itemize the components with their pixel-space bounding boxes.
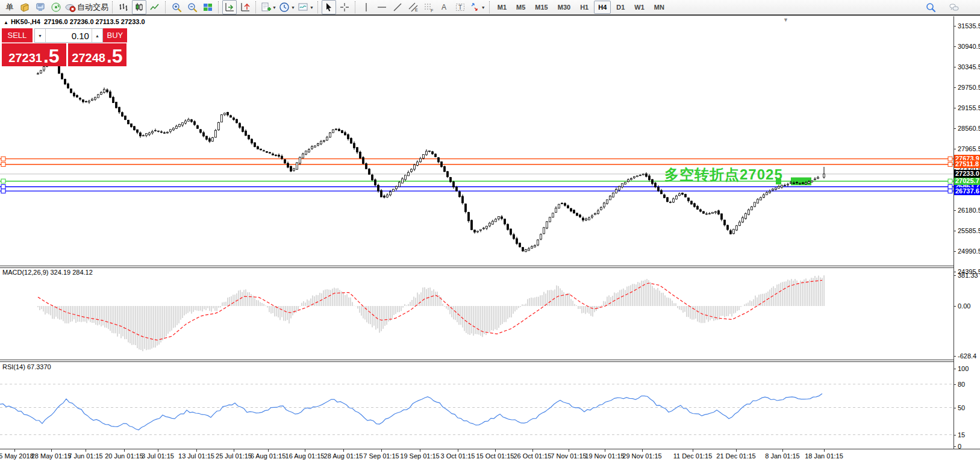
time-axis-tick (532, 449, 533, 452)
timeframe-button-mn[interactable]: MN (650, 1, 669, 14)
low-value: 27113.5 (96, 18, 119, 25)
axis-tick (953, 435, 956, 435)
volume-input[interactable] (46, 29, 92, 42)
timeframe-button-h4[interactable]: H4 (594, 1, 611, 14)
timeframe-button-h1[interactable]: H1 (576, 1, 593, 14)
timeframe-button-w1[interactable]: W1 (630, 1, 649, 14)
time-axis-label: 15 Oct 01:15 (476, 452, 514, 460)
timeframe-button-m5[interactable]: M5 (512, 1, 529, 14)
time-axis-tick (569, 449, 569, 452)
chart-window[interactable]: ▲HK50-,H4 27196.0 27236.0 27113.5 27233.… (0, 16, 980, 462)
time-axis[interactable]: 15 May 201828 May 01:157 Jun 01:1520 Jun… (0, 449, 980, 462)
open-value: 27196.0 (44, 18, 68, 25)
zoom-in-icon (171, 2, 182, 13)
axis-tick (953, 149, 956, 149)
timeframe-button-m15[interactable]: M15 (531, 1, 552, 14)
time-axis-tick (86, 449, 86, 452)
price-level-badge: 26737.6 (954, 187, 980, 195)
signals-button[interactable] (49, 0, 63, 14)
volume-decrease-button[interactable]: ▼ (35, 29, 46, 42)
chat-button[interactable] (947, 0, 961, 14)
text-label-button[interactable]: T (453, 0, 467, 14)
time-axis-tick (693, 449, 693, 452)
annotation-text[interactable]: 多空转折点27025 (664, 165, 783, 184)
horizontal-line-button[interactable] (375, 0, 389, 14)
dropdown-caret-icon: ▼ (272, 5, 276, 10)
time-axis-label: 16 Aug 01:15 (286, 452, 325, 460)
axis-tick (953, 356, 956, 357)
zoom-in-button[interactable] (169, 0, 184, 14)
time-axis-label: 21 Dec 01:15 (716, 452, 755, 460)
volume-increase-button[interactable]: ▲ (92, 29, 102, 42)
pane-separator-macd[interactable] (0, 266, 953, 268)
equidistant-channel-button[interactable]: E (406, 0, 420, 14)
sell-button[interactable]: SELL (2, 28, 33, 43)
bar-chart-button[interactable] (116, 0, 131, 14)
zoom-out-icon (187, 2, 198, 13)
candlestick-chart-button[interactable] (132, 0, 146, 14)
autotrading-button[interactable]: 自动交易 (64, 0, 109, 14)
templates-button[interactable]: ▼ (297, 0, 314, 14)
time-axis-tick (782, 449, 783, 452)
toolbar-separator (112, 1, 113, 13)
timeframe-button-m30[interactable]: M30 (554, 1, 575, 14)
search-icon (925, 2, 936, 13)
new-order-button[interactable]: 单 (2, 0, 16, 14)
crosshair-button[interactable] (337, 0, 352, 14)
text-tool-button[interactable]: A (437, 0, 452, 14)
sell-price-button[interactable]: 27231.5 (2, 43, 66, 66)
templates-icon (298, 2, 308, 13)
buy-button[interactable]: BUY (103, 28, 127, 43)
vertical-line-icon (361, 2, 372, 13)
search-button[interactable] (923, 0, 938, 14)
macd-label: MACD(12,26,9) 324.19 284.12 (2, 269, 93, 276)
cursor-button[interactable] (322, 0, 336, 14)
profiles-button[interactable] (17, 0, 32, 14)
main-toolbar: 单 (0, 0, 980, 16)
axis-tick (953, 275, 956, 276)
sell-price-int: 27231 (8, 51, 42, 64)
trendline-icon (392, 2, 403, 13)
new-chart-button[interactable]: ▼ (260, 0, 277, 14)
time-axis-label: 8 Jan 01:15 (765, 452, 800, 460)
auto-scroll-button[interactable] (222, 0, 237, 14)
dropdown-caret-icon: ▼ (481, 5, 485, 10)
arrows-tool-button[interactable]: ▼ (469, 0, 486, 14)
rsi-pane[interactable] (0, 362, 953, 449)
channel-icon: E (408, 2, 419, 13)
tile-windows-button[interactable] (201, 0, 215, 14)
trendline-button[interactable] (390, 0, 405, 14)
svg-text:A: A (442, 3, 446, 11)
time-axis-label: 11 Dec 01:15 (673, 452, 713, 460)
data-window-button[interactable] (33, 0, 48, 14)
buy-price-button[interactable]: 27248.5 (68, 43, 126, 66)
time-axis-label: 25 Jul 01:15 (216, 452, 252, 460)
timeframe-button-m1[interactable]: M1 (493, 1, 511, 14)
high-value: 27236.0 (70, 18, 94, 25)
close-value: 27233.0 (121, 18, 145, 25)
time-axis-tick (642, 449, 643, 452)
price-level-badge: 27233.0 (954, 170, 980, 178)
price-axis[interactable]: 31535.530940.530345.529750.529155.528560… (953, 16, 980, 449)
zoom-out-button[interactable] (185, 0, 199, 14)
macd-pane[interactable] (0, 267, 953, 360)
vertical-line-button[interactable] (359, 0, 373, 14)
timeframe-button-d1[interactable]: D1 (612, 1, 629, 14)
chart-shift-button[interactable] (238, 0, 252, 14)
collapse-panel-icon[interactable]: ▲ (4, 20, 8, 25)
chart-shift-icon (240, 2, 251, 13)
clock-icon (279, 2, 290, 13)
time-axis-label: 6 Aug 01:15 (251, 452, 286, 460)
line-chart-button[interactable] (148, 0, 162, 14)
time-axis-tick (158, 449, 158, 452)
dropdown-caret-icon: ▼ (310, 5, 314, 10)
bar-chart-icon (118, 2, 129, 13)
axis-tick (953, 251, 956, 252)
axis-tick-label: 0.00 (958, 302, 970, 310)
mt4-terminal: 单 (0, 0, 980, 462)
pane-separator-rsi[interactable] (0, 360, 953, 362)
fibonacci-button[interactable]: F (422, 0, 436, 14)
main-price-pane[interactable] (0, 17, 953, 266)
periods-button[interactable]: ▼ (278, 0, 296, 14)
chart-shift-marker-icon[interactable]: ▼ (783, 17, 788, 23)
